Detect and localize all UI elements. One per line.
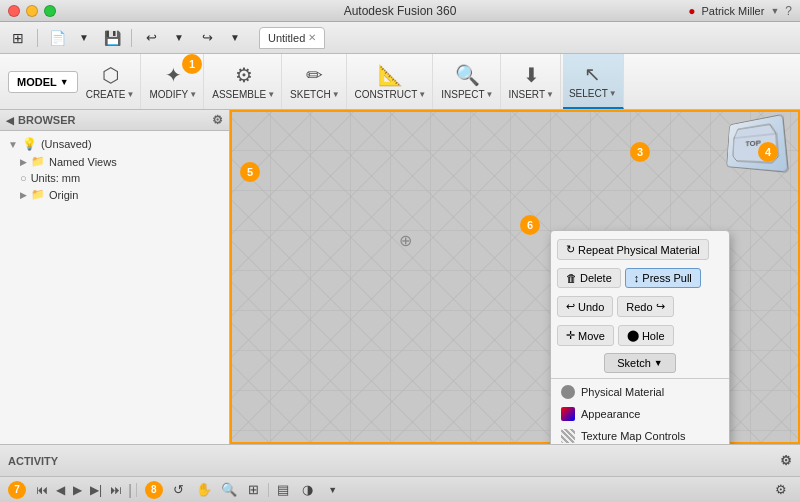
skip-start-button[interactable]: ⏮: [34, 481, 50, 499]
user-name[interactable]: Patrick Miller: [701, 5, 764, 17]
tree-item-root[interactable]: ▼ 💡 (Unsaved): [4, 135, 225, 153]
activity-title: ACTIVITY: [8, 455, 58, 467]
save-button[interactable]: 💾: [100, 27, 124, 49]
activity-controls: ⚙: [780, 453, 792, 468]
context-menu: ↻ Repeat Physical Material 🗑 Delete ↕ Pr…: [550, 230, 730, 444]
file-dropdown-button[interactable]: ▼: [72, 27, 96, 49]
bottom-toolbar: 7 ⏮ ◀ ▶ ▶| ⏭ | 8 ↺ ✋ 🔍 ⊞ ▤ ◑ ▼ ⚙: [0, 476, 800, 502]
close-button[interactable]: [8, 5, 20, 17]
model-dropdown[interactable]: MODEL ▼: [8, 71, 78, 93]
sketch-arrow-icon: ▼: [654, 358, 663, 368]
select-label: SELECT▼: [569, 88, 617, 99]
inspect-icon: 🔍: [455, 63, 480, 87]
minimize-button[interactable]: [26, 5, 38, 17]
tree-arrow-icon: ▶: [20, 157, 27, 167]
canvas-cross-marker: ⊕: [395, 230, 415, 250]
step-forward-button[interactable]: ▶|: [88, 481, 104, 499]
fit-button[interactable]: ⊞: [243, 480, 265, 500]
playback-controls: ⏮ ◀ ▶ ▶| ⏭ |: [34, 481, 132, 499]
undo-button[interactable]: ↩: [139, 27, 163, 49]
browser-header: ◀ BROWSER ⚙: [0, 110, 229, 131]
undo-dropdown-button[interactable]: ▼: [167, 27, 191, 49]
pan-button[interactable]: ✋: [193, 480, 215, 500]
sketch-icon: ✏: [306, 63, 323, 87]
play-button[interactable]: ▶: [71, 481, 84, 499]
tree-folder-icon: 📁: [31, 155, 45, 168]
browser-tree: ▼ 💡 (Unsaved) ▶ 📁 Named Views ○ Units: m…: [0, 131, 229, 207]
maximize-button[interactable]: [44, 5, 56, 17]
tree-item-named-views[interactable]: ▶ 📁 Named Views: [4, 153, 225, 170]
assemble-label: ASSEMBLE▼: [212, 89, 275, 100]
user-dropdown-icon[interactable]: ▼: [770, 6, 779, 16]
tree-origin-arrow-icon: ▶: [20, 190, 27, 200]
viewcube[interactable]: TOP: [722, 118, 792, 178]
select-group[interactable]: ↖ SELECT▼: [563, 54, 624, 109]
delete-button[interactable]: 🗑 Delete: [557, 268, 621, 288]
display-dropdown-button[interactable]: ▼: [322, 480, 344, 500]
zoom-button[interactable]: 🔍: [218, 480, 240, 500]
tab-close-button[interactable]: ✕: [308, 32, 316, 43]
tree-root-label: (Unsaved): [41, 138, 92, 150]
construct-icon: 📐: [378, 63, 403, 87]
repeat-physical-material-button[interactable]: ↻ Repeat Physical Material: [557, 239, 709, 260]
assemble-group[interactable]: ⚙ ASSEMBLE▼: [206, 54, 282, 109]
display-settings-button[interactable]: ▤: [272, 480, 294, 500]
undo-ctx-button[interactable]: ↩ Undo: [557, 296, 613, 317]
annotation-8: 8: [145, 481, 163, 499]
insert-label: INSERT▼: [509, 89, 554, 100]
move-button[interactable]: ✛ Move: [557, 325, 614, 346]
ribbon-toolbar: 3 4 5 MODEL ▼ ⬡ CREATE▼ ✦ MODIFY▼ ⚙ ASSE…: [0, 54, 800, 110]
browser-settings-icon[interactable]: ⚙: [212, 113, 223, 127]
file-group: 📄 ▼: [45, 27, 96, 49]
activity-bar: ACTIVITY ⚙: [0, 444, 800, 476]
bottom-right-controls: ⚙: [770, 480, 792, 500]
tree-named-views-label: Named Views: [49, 156, 117, 168]
context-menu-top-row: ↻ Repeat Physical Material: [551, 235, 729, 264]
physical-material-item[interactable]: Physical Material: [551, 381, 729, 403]
appearance-item[interactable]: Appearance: [551, 403, 729, 425]
texture-map-item[interactable]: Texture Map Controls: [551, 425, 729, 444]
app-menu-group: ⊞: [6, 27, 30, 49]
redo-dropdown-button[interactable]: ▼: [223, 27, 247, 49]
record-icon: ●: [688, 4, 695, 18]
tree-origin-icon: 📁: [31, 188, 45, 201]
new-file-button[interactable]: 📄: [45, 27, 69, 49]
activity-settings-icon[interactable]: ⚙: [780, 453, 792, 468]
redo-button[interactable]: ↪: [195, 27, 219, 49]
insert-group[interactable]: ⬇ INSERT▼: [503, 54, 561, 109]
sketch-dropdown-button[interactable]: Sketch ▼: [604, 353, 676, 373]
orbit-button[interactable]: ↺: [168, 480, 190, 500]
create-group[interactable]: ⬡ CREATE▼: [80, 54, 142, 109]
tree-expand-icon: ▼: [8, 139, 18, 150]
tree-item-origin[interactable]: ▶ 📁 Origin: [4, 186, 225, 203]
step-back-button[interactable]: ◀: [54, 481, 67, 499]
model-label: MODEL: [17, 76, 57, 88]
annotation-7: 7: [8, 481, 26, 499]
visual-style-button[interactable]: ◑: [297, 480, 319, 500]
sketch-group[interactable]: ✏ SKETCH▼: [284, 54, 346, 109]
viewcube-face[interactable]: TOP: [726, 114, 789, 173]
help-icon[interactable]: ?: [785, 4, 792, 18]
context-separator-1: [551, 378, 729, 379]
modify-label: MODIFY▼: [149, 89, 197, 100]
grid-menu-button[interactable]: ⊞: [6, 27, 30, 49]
hole-button[interactable]: ⬤ Hole: [618, 325, 674, 346]
settings-button[interactable]: ⚙: [770, 480, 792, 500]
inspect-group[interactable]: 🔍 INSPECT▼: [435, 54, 500, 109]
construct-group[interactable]: 📐 CONSTRUCT▼: [349, 54, 434, 109]
skip-end-button[interactable]: ⏭: [108, 481, 124, 499]
file-tab[interactable]: Untitled ✕: [259, 27, 325, 49]
canvas-area[interactable]: 2 6 TOP ↻ Repeat Physical Material: [230, 110, 800, 444]
tree-unit-icon: ○: [20, 172, 27, 184]
press-pull-button[interactable]: ↕ Press Pull: [625, 268, 701, 288]
tree-item-units[interactable]: ○ Units: mm: [4, 170, 225, 186]
tab-label: Untitled: [268, 32, 305, 44]
redo-ctx-button[interactable]: Redo ↪: [617, 296, 673, 317]
viewcube-svg: TOP: [728, 117, 785, 169]
browser-collapse-icon[interactable]: ◀: [6, 115, 14, 126]
svg-text:TOP: TOP: [745, 138, 761, 147]
main-area: ◀ BROWSER ⚙ ▼ 💡 (Unsaved) ▶ 📁 Named View…: [0, 110, 800, 444]
modify-group[interactable]: ✦ MODIFY▼: [143, 54, 204, 109]
move-icon: ✛: [566, 329, 575, 342]
assemble-icon: ⚙: [235, 63, 253, 87]
